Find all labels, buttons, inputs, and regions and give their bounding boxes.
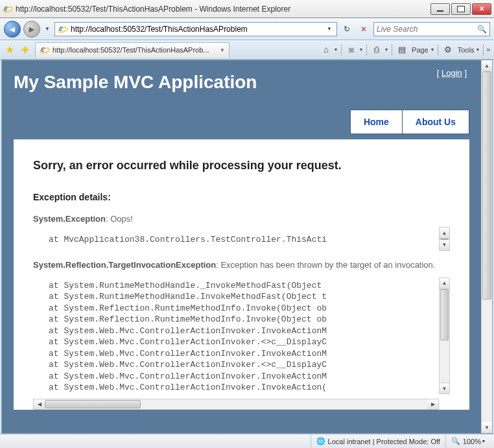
- navigation-bar: ◄ ► ▼ ▼ ↻ ✕ 🔍: [0, 18, 494, 40]
- tab-dropdown[interactable]: ▼: [220, 47, 225, 53]
- scroll-up-icon[interactable]: ▲: [440, 278, 449, 289]
- nav-history-dropdown[interactable]: ▼: [43, 22, 52, 36]
- nav-about[interactable]: About Us: [402, 110, 469, 134]
- command-bar: ⌂▾ ◙▾ ⎙▾ ▤ Page▾ ⚙ Tools▾ »: [320, 44, 490, 56]
- zone-text: Local intranet | Protected Mode: Off: [328, 438, 440, 445]
- address-dropdown[interactable]: ▼: [325, 22, 334, 36]
- globe-icon: 🌐: [316, 437, 325, 445]
- exception-details-label: Exception details:: [33, 192, 450, 202]
- exception1-title: System.Exception: Oops!: [33, 214, 450, 224]
- app-header: [ Login ] My Sample MVC Application Home…: [14, 72, 469, 139]
- forward-button[interactable]: ►: [23, 21, 40, 38]
- window-buttons: ✕: [430, 3, 491, 15]
- tab-favicon: [40, 45, 50, 55]
- browser-tab[interactable]: http://localhost:50532/Test/ThisActionHa…: [35, 42, 229, 58]
- page-menu[interactable]: Page: [412, 46, 429, 54]
- add-favorite-icon[interactable]: ✚: [19, 44, 31, 56]
- maximize-button[interactable]: [451, 3, 471, 15]
- tools-menu[interactable]: Tools: [458, 46, 475, 54]
- scroll-down-icon[interactable]: ▼: [440, 383, 449, 394]
- scroll-up-icon[interactable]: ▲: [482, 60, 492, 71]
- window-title: http://localhost:50532/Test/ThisActionHa…: [16, 5, 430, 14]
- minimize-button[interactable]: [430, 3, 450, 15]
- feeds-icon[interactable]: ◙: [346, 44, 357, 56]
- scroll-right-icon[interactable]: ▶: [427, 399, 438, 409]
- browser-viewport: [ Login ] My Sample MVC Application Home…: [1, 60, 493, 434]
- login-prefix: [: [437, 68, 441, 78]
- tab-title: http://localhost:50532/Test/ThisActionHa…: [53, 46, 217, 54]
- scroll-down-icon[interactable]: ▼: [482, 422, 492, 433]
- home-icon[interactable]: ⌂: [320, 44, 332, 56]
- print-icon[interactable]: ⎙: [371, 44, 382, 56]
- ie-icon: [3, 4, 13, 14]
- exception2-stack: at System.RuntimeMethodHandle._InvokeMet…: [33, 275, 450, 399]
- feeds-dropdown[interactable]: ▾: [360, 47, 362, 53]
- content-box: Sorry, an error occurred while processin…: [14, 139, 469, 410]
- favorites-icon[interactable]: ★: [4, 44, 16, 56]
- back-button[interactable]: ◄: [4, 21, 21, 38]
- home-dropdown[interactable]: ▾: [335, 47, 337, 53]
- error-heading: Sorry, an error occurred while processin…: [33, 159, 450, 172]
- zoom-value: 100%: [463, 438, 481, 445]
- zoom-dropdown[interactable]: ▾: [482, 438, 485, 444]
- page-content: [ Login ] My Sample MVC Application Home…: [2, 60, 481, 433]
- refresh-button[interactable]: ↻: [340, 22, 354, 36]
- scroll-thumb[interactable]: [440, 239, 449, 240]
- status-bar: 🌐 Local intranet | Protected Mode: Off 🔍…: [0, 434, 494, 448]
- login-link[interactable]: Login: [441, 68, 462, 78]
- app-wrapper: [ Login ] My Sample MVC Application Home…: [2, 60, 481, 433]
- page-dropdown[interactable]: ▾: [431, 47, 434, 53]
- tools-dropdown[interactable]: ▾: [476, 47, 479, 53]
- search-box[interactable]: 🔍: [373, 22, 490, 36]
- main-vscroll[interactable]: ▲ ▼: [481, 60, 492, 433]
- exception1-stack: at MvcApplication38.Controllers.TestCont…: [33, 229, 450, 251]
- scroll-track[interactable]: [440, 239, 449, 239]
- zoom-control[interactable]: 🔍 100% ▾: [445, 434, 490, 448]
- scroll-left-icon[interactable]: ◀: [34, 399, 45, 409]
- security-zone[interactable]: 🌐 Local intranet | Protected Mode: Off: [311, 434, 445, 448]
- chevron-icon[interactable]: »: [486, 46, 490, 53]
- page-icon[interactable]: ▤: [396, 44, 408, 56]
- exception-block-1: System.Exception: Oops! at MvcApplicatio…: [33, 214, 450, 251]
- scroll-track[interactable]: [482, 71, 492, 422]
- login-suffix: ]: [462, 68, 467, 78]
- scroll-thumb[interactable]: [482, 71, 491, 300]
- stack2-vscroll[interactable]: ▲ ▼: [439, 277, 450, 394]
- address-input[interactable]: [71, 25, 325, 34]
- address-favicon: [58, 24, 68, 34]
- stack2-hscroll[interactable]: ◀ ▶: [33, 399, 439, 410]
- print-dropdown[interactable]: ▾: [385, 47, 388, 53]
- scroll-thumb[interactable]: [440, 289, 449, 340]
- tab-bar: ★ ✚ http://localhost:50532/Test/ThisActi…: [0, 40, 494, 60]
- search-input[interactable]: [377, 25, 477, 34]
- nav-menu: Home About Us: [14, 110, 469, 134]
- scroll-track[interactable]: [45, 399, 427, 409]
- scroll-up-icon[interactable]: ▲: [440, 228, 449, 239]
- search-icon[interactable]: 🔍: [477, 25, 487, 34]
- window-titlebar: http://localhost:50532/Test/ThisActionHa…: [0, 0, 494, 18]
- address-bar[interactable]: ▼: [54, 22, 337, 36]
- login-area: [ Login ]: [437, 68, 467, 78]
- stack1-vscroll[interactable]: ▲ ▼: [439, 227, 450, 251]
- zoom-icon: 🔍: [451, 437, 460, 445]
- close-button[interactable]: ✕: [472, 3, 491, 15]
- scroll-track[interactable]: [440, 289, 449, 383]
- stop-button[interactable]: ✕: [357, 22, 371, 36]
- exception2-title: System.Reflection.TargetInvocationExcept…: [33, 260, 450, 270]
- scroll-down-icon[interactable]: ▼: [440, 239, 449, 250]
- exception-block-2: at System.RuntimeMethodHandle._InvokeMet…: [33, 275, 450, 410]
- tools-icon[interactable]: ⚙: [442, 44, 454, 56]
- app-title: My Sample MVC Application: [14, 72, 469, 93]
- scroll-thumb[interactable]: [45, 400, 141, 408]
- nav-home[interactable]: Home: [350, 110, 403, 134]
